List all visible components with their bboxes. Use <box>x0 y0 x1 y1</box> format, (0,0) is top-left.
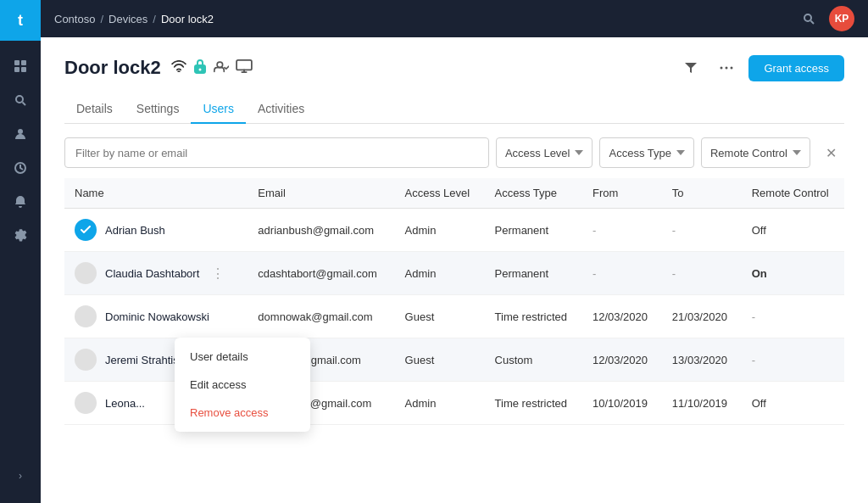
sidebar-expand-btn[interactable]: › <box>5 466 36 486</box>
user-avatar <box>75 392 97 414</box>
more-options-btn[interactable] <box>713 54 740 81</box>
cell-access-type: Time restricted <box>485 295 582 338</box>
svg-point-13 <box>217 62 223 68</box>
svg-rect-0 <box>14 60 19 65</box>
cell-access-type: Custom <box>485 338 582 382</box>
tab-details[interactable]: Details <box>64 95 125 124</box>
svg-rect-3 <box>21 67 26 72</box>
access-type-dropdown[interactable]: Access Type <box>599 137 693 168</box>
user-name: Dominic Nowakowski <box>105 310 209 323</box>
breadcrumb-sep1: / <box>100 13 103 25</box>
cell-to: - <box>662 209 742 252</box>
svg-point-8 <box>804 14 811 21</box>
svg-rect-2 <box>14 67 19 72</box>
svg-point-4 <box>16 96 23 103</box>
page-icons <box>171 59 253 77</box>
user-name: Jeremi Strahtish <box>105 354 185 366</box>
cell-name: Claudia Dashtabort ⋮ <box>64 252 248 295</box>
sidebar-item-settings[interactable] <box>5 221 36 251</box>
sidebar-item-user[interactable] <box>5 119 36 149</box>
filter-btn[interactable] <box>677 54 704 81</box>
filter-input[interactable] <box>75 147 478 159</box>
cell-access-type: Permanent <box>485 209 582 252</box>
sidebar: t › <box>0 0 41 503</box>
cell-access-level: Admin <box>395 209 485 252</box>
cell-remote: - <box>742 295 844 338</box>
col-email: Email <box>248 178 394 209</box>
cell-remote: - <box>742 338 844 382</box>
sidebar-item-grid[interactable] <box>5 51 36 81</box>
remote-control-dropdown[interactable]: Remote Control <box>701 137 810 168</box>
wifi-icon <box>171 60 186 75</box>
user-check-icon <box>214 59 229 76</box>
cell-access-level: Guest <box>395 295 485 338</box>
tab-settings[interactable]: Settings <box>125 95 192 124</box>
cell-remote: On <box>742 252 844 295</box>
breadcrumb-contoso[interactable]: Contoso <box>54 13 95 25</box>
topbar-avatar[interactable]: KP <box>829 6 854 31</box>
ctx-edit-access[interactable]: Edit access <box>175 371 310 399</box>
cell-access-level: Admin <box>395 252 485 295</box>
cell-from: 12/03/2020 <box>582 338 662 382</box>
svg-line-5 <box>23 103 26 106</box>
cell-from: - <box>582 209 662 252</box>
svg-line-9 <box>811 21 815 25</box>
filter-close-btn[interactable]: ✕ <box>817 139 844 166</box>
page-title-row: Door lock2 <box>64 57 253 79</box>
user-avatar <box>75 349 97 371</box>
access-level-dropdown[interactable]: Access Level <box>496 137 593 168</box>
svg-rect-1 <box>21 60 26 65</box>
filter-row: Access Level Access Type Remote Control … <box>64 137 844 168</box>
user-name: Claudia Dashtabort <box>105 267 199 280</box>
user-avatar <box>75 305 97 327</box>
sidebar-item-bell[interactable] <box>5 187 36 217</box>
cell-from: 10/10/2019 <box>582 382 662 425</box>
user-name: Leona... <box>105 397 145 410</box>
topbar-search-btn[interactable] <box>795 5 822 32</box>
sidebar-item-search[interactable] <box>5 85 36 115</box>
cell-email: adrianbush@gmail.com <box>248 209 394 252</box>
svg-rect-14 <box>236 60 252 70</box>
svg-point-19 <box>731 67 733 70</box>
page-body: Door lock2 <box>41 37 868 503</box>
ctx-user-details[interactable]: User details <box>175 343 310 371</box>
cell-to: 13/03/2020 <box>662 338 742 382</box>
user-name: Adrian Bush <box>105 224 165 237</box>
topbar: Contoso / Devices / Door lock2 KP <box>41 0 868 37</box>
cell-access-level: Admin <box>395 382 485 425</box>
context-menu: User details Edit access Remove access <box>175 338 310 432</box>
cell-remote: Off <box>742 209 844 252</box>
page-title: Door lock2 <box>64 57 161 79</box>
svg-point-6 <box>18 129 23 134</box>
page-header: Door lock2 <box>64 54 844 81</box>
table-row: Claudia Dashtabort ⋮ cdashtabort@gmail.c… <box>64 252 844 295</box>
svg-point-12 <box>198 69 201 71</box>
breadcrumb-sep2: / <box>153 13 156 25</box>
svg-point-10 <box>178 71 180 72</box>
filter-input-wrap[interactable] <box>64 137 489 168</box>
ctx-remove-access[interactable]: Remove access <box>175 399 310 427</box>
grant-access-button[interactable]: Grant access <box>748 55 844 81</box>
col-access-level: Access Level <box>395 178 485 209</box>
col-remote: Remote Control <box>742 178 844 209</box>
breadcrumb-current: Door lock2 <box>161 13 214 25</box>
cell-to: 11/10/2019 <box>662 382 742 425</box>
sidebar-item-clock[interactable] <box>5 153 36 183</box>
cell-from: 12/03/2020 <box>582 295 662 338</box>
cell-from: - <box>582 252 662 295</box>
main-content: Contoso / Devices / Door lock2 KP Door l… <box>41 0 868 503</box>
access-type-label: Access Type <box>609 147 670 159</box>
user-avatar-checked <box>75 219 97 241</box>
app-logo[interactable]: t <box>0 0 41 41</box>
remote-control-label: Remote Control <box>710 147 787 159</box>
col-access-type: Access Type <box>485 178 582 209</box>
cell-remote: Off <box>742 382 844 425</box>
tab-activities[interactable]: Activities <box>246 95 316 124</box>
row-more-btn[interactable]: ⋮ <box>208 264 228 283</box>
lock-icon <box>193 59 207 77</box>
tab-users[interactable]: Users <box>191 95 246 124</box>
breadcrumb-devices[interactable]: Devices <box>108 13 147 25</box>
cell-to: 21/03/2020 <box>662 295 742 338</box>
table-header-row: Name Email Access Level Access Type From… <box>64 178 844 209</box>
cell-to: - <box>662 252 742 295</box>
